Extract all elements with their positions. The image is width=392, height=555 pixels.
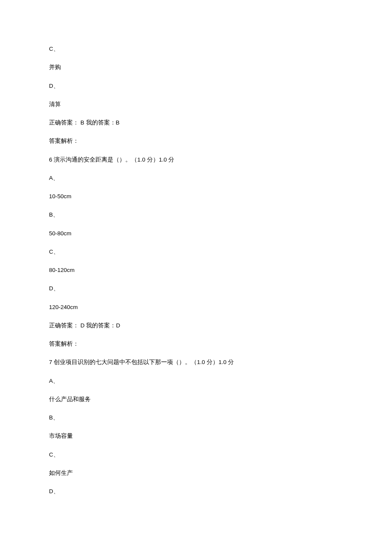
option-marker-c: C、 xyxy=(49,45,343,53)
option-text: 10-50cm xyxy=(49,192,343,201)
explanation-label: 答案解析： xyxy=(49,340,343,348)
question-6: 6 演示沟通的安全距离是（）。（1.0 分）1.0 分 xyxy=(49,156,343,164)
option-text: 如何生产 xyxy=(49,469,343,477)
answer-line: 正确答案： B 我的答案：B xyxy=(49,119,343,127)
option-marker-c: C、 xyxy=(49,451,343,459)
option-text: 80-120cm xyxy=(49,266,343,275)
answer-line: 正确答案： D 我的答案：D xyxy=(49,321,343,330)
explanation-label: 答案解析： xyxy=(49,137,343,145)
option-marker-d: D、 xyxy=(49,284,343,293)
option-text: 120-240cm xyxy=(49,303,343,312)
option-marker-a: A、 xyxy=(49,377,343,385)
option-marker-a: A、 xyxy=(49,174,343,182)
option-marker-c: C、 xyxy=(49,248,343,256)
option-marker-d: D、 xyxy=(49,82,343,90)
option-marker-b: B、 xyxy=(49,413,343,422)
option-text: 并购 xyxy=(49,63,343,72)
option-text: 清算 xyxy=(49,100,343,109)
option-text: 什么产品和服务 xyxy=(49,395,343,404)
option-text: 50-80cm xyxy=(49,229,343,238)
option-marker-b: B、 xyxy=(49,211,343,219)
option-text: 市场容量 xyxy=(49,432,343,440)
option-marker-d: D、 xyxy=(49,487,343,496)
question-7: 7 创业项目识别的七大问题中不包括以下那一项（）。（1.0 分）1.0 分 xyxy=(49,358,343,367)
